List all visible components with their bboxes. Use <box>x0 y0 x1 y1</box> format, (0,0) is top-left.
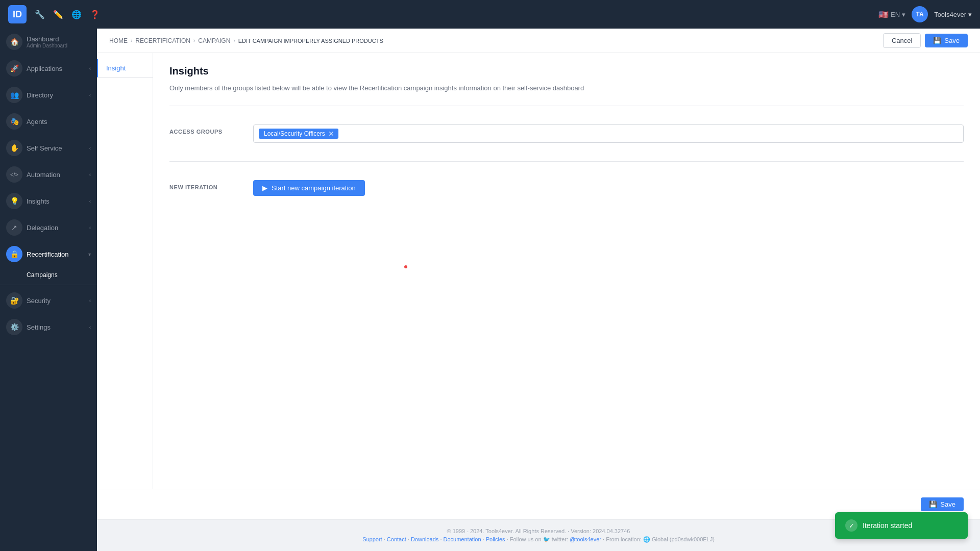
toast-message: Iteration started <box>863 521 912 530</box>
page-description: Only members of the groups listed below … <box>169 83 964 93</box>
user-menu[interactable]: Tools4ever ▾ <box>934 11 972 18</box>
breadcrumb-sep-2: › <box>193 38 195 43</box>
breadcrumb-current: EDIT CAMPAIGN IMPROPERLY ASSIGNED PRODUC… <box>238 38 383 44</box>
sidebar-item-self-service[interactable]: ✋ Self Service ‹ <box>0 135 97 161</box>
sidebar-dashboard-label: Dashboard <box>27 35 67 43</box>
sidebar-item-agents[interactable]: 🎭 Agents <box>0 108 97 135</box>
sidebar-recertification-label: Recertification <box>27 251 68 258</box>
sidebar-agents-label: Agents <box>27 118 47 126</box>
save-icon: 💾 <box>933 37 941 44</box>
security-icon: 🔐 <box>6 292 22 309</box>
user-avatar: TA <box>912 6 928 22</box>
dashboard-icon: 🏠 <box>6 34 22 50</box>
sidebar-item-insights[interactable]: 💡 Insights ‹ <box>0 188 97 214</box>
applications-chevron: ‹ <box>89 66 91 71</box>
user-name-label: Tools4ever <box>934 11 966 18</box>
save-button-bottom[interactable]: 💾 Save <box>921 497 964 511</box>
page-title: Insights <box>169 65 964 77</box>
page-tabs: Insight <box>97 53 153 489</box>
automation-chevron: ‹ <box>89 172 91 178</box>
tab-insight[interactable]: Insight <box>97 59 153 78</box>
security-chevron: ‹ <box>89 298 91 304</box>
save-bottom-label: Save <box>940 500 955 508</box>
sidebar-item-applications[interactable]: 🚀 Applications ‹ <box>0 55 97 82</box>
settings-icon: ⚙️ <box>6 319 22 335</box>
new-iteration-label: NEW ITERATION <box>169 180 241 190</box>
new-iteration-row: NEW ITERATION ▶ Start new campaign itera… <box>169 172 964 204</box>
sidebar-item-dashboard[interactable]: 🏠 Dashboard Admin Dashboard <box>0 29 97 55</box>
toast-check-icon: ✓ <box>845 519 857 532</box>
page-card: Insight Insights Only members of the gro… <box>97 53 980 489</box>
user-dropdown-arrow: ▾ <box>968 11 972 18</box>
footer-link-downloads[interactable]: Downloads <box>411 536 438 542</box>
language-selector[interactable]: 🇺🇸 EN ▾ <box>878 10 905 19</box>
agents-icon: 🎭 <box>6 113 22 130</box>
tag-local-security-officers[interactable]: Local/Security Officers ✕ <box>259 129 338 139</box>
sidebar-applications-label: Applications <box>27 65 62 72</box>
cursor-icon[interactable]: ✏️ <box>53 10 63 19</box>
breadcrumb-campaign[interactable]: CAMPAIGN <box>198 37 230 44</box>
settings-chevron: ‹ <box>89 324 91 330</box>
start-iteration-label: Start new campaign iteration <box>272 184 356 192</box>
breadcrumb: HOME › RECERTIFICATION › CAMPAIGN › EDIT… <box>109 37 383 44</box>
breadcrumb-actions: Cancel 💾 Save <box>883 33 968 48</box>
sidebar-item-directory[interactable]: 👥 Directory ‹ <box>0 82 97 108</box>
automation-icon: </> <box>6 166 22 183</box>
breadcrumb-sep-1: › <box>131 38 132 43</box>
sidebar-item-settings[interactable]: ⚙️ Settings ‹ <box>0 314 97 340</box>
self-service-chevron: ‹ <box>89 145 91 151</box>
save-bottom-icon: 💾 <box>929 500 937 508</box>
save-label-top: Save <box>944 37 960 44</box>
sidebar-item-automation[interactable]: </> Automation ‹ <box>0 161 97 188</box>
cancel-button[interactable]: Cancel <box>883 33 921 48</box>
recertification-chevron: ▾ <box>88 252 91 257</box>
directory-chevron: ‹ <box>89 92 91 98</box>
page-body: Insights Only members of the groups list… <box>153 53 980 489</box>
page-content: Insight Insights Only members of the gro… <box>97 53 980 519</box>
footer-link-policies[interactable]: Policies <box>486 536 505 542</box>
sidebar-automation-label: Automation <box>27 171 60 179</box>
globe-icon[interactable]: 🌐 <box>71 10 82 19</box>
sidebar-delegation-label: Delegation <box>27 224 58 232</box>
wrench-icon[interactable]: 🔧 <box>35 10 45 19</box>
footer-link-support[interactable]: Support <box>362 536 382 542</box>
sidebar-item-recertification[interactable]: 🔒 Recertification ▾ <box>0 241 97 267</box>
help-icon[interactable]: ❓ <box>90 10 100 19</box>
sidebar: 🏠 Dashboard Admin Dashboard 🚀 Applicatio… <box>0 29 97 551</box>
tag-label: Local/Security Officers <box>264 130 325 137</box>
access-groups-row: ACCESS GROUPS Local/Security Officers ✕ <box>169 116 964 151</box>
footer-twitter[interactable]: @tools4ever <box>570 536 601 542</box>
sidebar-sub-campaigns[interactable]: Campaigns <box>0 267 97 283</box>
applications-icon: 🚀 <box>6 60 22 77</box>
footer-link-documentation[interactable]: Documentation <box>444 536 481 542</box>
delegation-icon: ↗ <box>6 219 22 236</box>
play-icon: ▶ <box>262 184 267 192</box>
tag-remove-icon[interactable]: ✕ <box>328 130 334 138</box>
breadcrumb-home[interactable]: HOME <box>109 37 128 44</box>
start-iteration-button[interactable]: ▶ Start new campaign iteration <box>253 180 365 196</box>
recertification-icon: 🔒 <box>6 246 22 262</box>
tags-container[interactable]: Local/Security Officers ✕ <box>253 124 964 143</box>
sidebar-item-security[interactable]: 🔐 Security ‹ <box>0 287 97 314</box>
insights-icon: 💡 <box>6 193 22 209</box>
sidebar-item-delegation[interactable]: ↗ Delegation ‹ <box>0 214 97 241</box>
top-bar: ID 🔧 ✏️ 🌐 ❓ 🇺🇸 EN ▾ TA Tools4ever ▾ <box>0 0 980 29</box>
app-logo[interactable]: ID <box>8 5 27 23</box>
footer-link-contact[interactable]: Contact <box>387 536 406 542</box>
sidebar-directory-label: Directory <box>27 91 53 99</box>
breadcrumb-recertification[interactable]: RECERTIFICATION <box>135 37 190 44</box>
delegation-chevron: ‹ <box>89 225 91 231</box>
save-button-top[interactable]: 💾 Save <box>925 34 968 47</box>
lang-dropdown-arrow: ▾ <box>902 11 905 18</box>
access-groups-value: Local/Security Officers ✕ <box>253 124 964 143</box>
self-service-icon: ✋ <box>6 140 22 156</box>
breadcrumb-bar: HOME › RECERTIFICATION › CAMPAIGN › EDIT… <box>97 29 980 53</box>
section-divider-2 <box>169 161 964 162</box>
access-groups-label: ACCESS GROUPS <box>169 124 241 135</box>
red-dot <box>404 265 407 268</box>
insights-chevron: ‹ <box>89 198 91 204</box>
sidebar-security-label: Security <box>27 297 51 305</box>
breadcrumb-sep-3: › <box>233 38 235 43</box>
sidebar-insights-label: Insights <box>27 197 50 205</box>
toast-notification: ✓ Iteration started <box>835 512 968 539</box>
